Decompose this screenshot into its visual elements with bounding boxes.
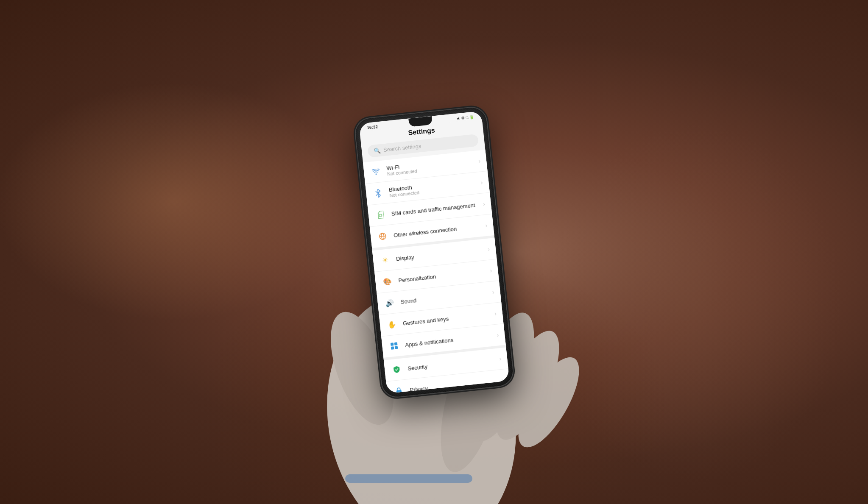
privacy-chevron: › (501, 376, 503, 383)
wifi-icon (369, 165, 382, 178)
svg-rect-12 (390, 342, 394, 346)
connectivity-group: Wi-Fi Not connected › (363, 150, 494, 248)
security-chevron: › (499, 355, 501, 362)
search-icon: 🔍 (373, 147, 380, 154)
gestures-content: Gestures and keys (402, 310, 495, 326)
svg-rect-9 (379, 214, 381, 217)
personalization-icon: 🎨 (381, 275, 394, 288)
sound-label: Sound (400, 289, 493, 305)
search-input[interactable]: Search settings (383, 142, 421, 153)
display-chevron: › (487, 245, 490, 252)
wireless-content: Other wireless connection (393, 222, 486, 238)
device-group: ☀ Display › 🎨 (372, 237, 505, 357)
sim-label: SIM cards and traffic management (391, 200, 483, 217)
gestures-chevron: › (494, 310, 497, 317)
svg-rect-16 (396, 390, 402, 393)
settings-status-icon: ⚙ (461, 115, 465, 120)
sound-icon: 🔊 (383, 296, 396, 309)
settings-list: Wi-Fi Not connected › (363, 150, 509, 393)
svg-rect-15 (394, 346, 398, 349)
svg-rect-14 (391, 346, 394, 350)
display-content: Display (396, 246, 488, 262)
personalization-chevron: › (489, 267, 492, 274)
wireless-icon (376, 230, 389, 243)
personalization-label: Personalization (398, 267, 490, 284)
bluetooth-chevron: › (480, 179, 483, 186)
screenshot-status-icon: □ (466, 115, 468, 120)
gestures-icon: ✋ (385, 317, 398, 331)
privacy-icon (392, 384, 405, 393)
battery-icon: 🔋 (469, 114, 474, 119)
wireless-chevron: › (485, 222, 487, 228)
security-icon (390, 363, 403, 376)
security-label: Security (407, 355, 500, 371)
svg-line-11 (379, 236, 385, 237)
wireless-label: Other wireless connection (393, 222, 486, 238)
bluetooth-status-icon: ★ (456, 116, 460, 120)
wifi-chevron: › (478, 157, 480, 164)
security-content: Security (407, 355, 500, 371)
apps-icon (388, 339, 401, 352)
apps-content: Apps & notifications (405, 332, 497, 348)
bluetooth-content: Bluetooth Not connected (388, 177, 481, 198)
sim-content: SIM cards and traffic management (391, 200, 483, 217)
sound-chevron: › (492, 288, 494, 295)
gestures-label: Gestures and keys (402, 310, 495, 326)
sound-content: Sound (400, 289, 493, 305)
svg-rect-13 (394, 342, 397, 345)
sim-chevron: › (483, 200, 485, 207)
status-time: 16:32 (366, 124, 378, 130)
display-label: Display (396, 246, 488, 262)
apps-label: Apps & notifications (405, 332, 497, 348)
bluetooth-icon (371, 187, 385, 200)
sim-icon (374, 208, 387, 221)
display-icon: ☀ (378, 253, 391, 266)
apps-chevron: › (496, 331, 499, 338)
personalization-content: Personalization (398, 267, 490, 284)
status-icons: ★ ⚙ □ 🔋 (456, 114, 474, 120)
wifi-content: Wi-Fi Not connected (386, 155, 479, 176)
